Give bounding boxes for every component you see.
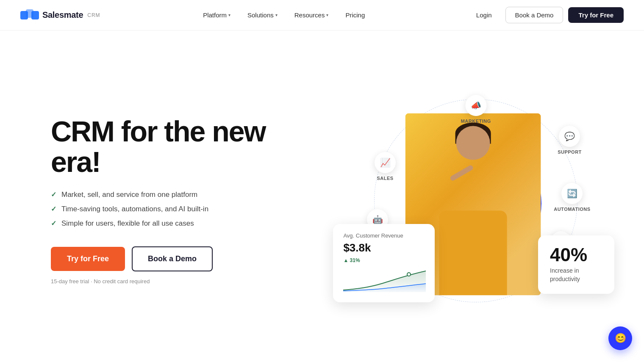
try-free-button[interactable]: Try for Free bbox=[568, 7, 624, 23]
check-icon: ✓ bbox=[51, 219, 56, 227]
productivity-description: Increase in productivity bbox=[550, 267, 602, 283]
marketing-icon: 📣 bbox=[465, 95, 486, 116]
person-head bbox=[456, 126, 490, 160]
hero-try-free-button[interactable]: Try for Free bbox=[51, 247, 125, 271]
person-body bbox=[439, 210, 507, 295]
revenue-card-badge: ▲ 31% bbox=[343, 257, 360, 263]
orbit-node-support: 💬 SUPPORT bbox=[558, 126, 582, 155]
sales-icon: 📈 bbox=[375, 152, 396, 173]
hero-section: CRM for the new era! ✓ Market, sell, and… bbox=[0, 30, 644, 362]
chevron-down-icon: ▾ bbox=[326, 13, 328, 17]
login-button[interactable]: Login bbox=[468, 8, 500, 22]
navbar: SalesmateCRM Platform ▾ Solutions ▾ Reso… bbox=[0, 0, 644, 30]
orbit-node-marketing: 📣 MARKETING bbox=[461, 95, 491, 124]
logo[interactable]: SalesmateCRM bbox=[20, 9, 100, 21]
svg-rect-2 bbox=[31, 11, 39, 19]
nav-platform[interactable]: Platform ▾ bbox=[195, 8, 238, 22]
chat-icon: 😊 bbox=[615, 333, 626, 344]
check-icon: ✓ bbox=[51, 205, 56, 213]
chevron-down-icon: ▾ bbox=[275, 13, 278, 17]
automations-label: AUTOMATIONS bbox=[554, 207, 590, 212]
hero-illustration: 📣 MARKETING 💬 SUPPORT 🔄 AUTOMATIONS 👁 IN… bbox=[341, 74, 610, 328]
hero-ctas: Try for Free Book a Demo bbox=[51, 246, 288, 271]
hero-content: CRM for the new era! ✓ Market, sell, and… bbox=[51, 116, 288, 285]
productivity-card: 40% Increase in productivity bbox=[538, 235, 614, 293]
nav-resources[interactable]: Resources ▾ bbox=[287, 8, 336, 22]
feature-2: ✓ Time-saving tools, automations, and AI… bbox=[51, 205, 288, 213]
svg-point-4 bbox=[408, 273, 410, 276]
feature-1: ✓ Market, sell, and service from one pla… bbox=[51, 191, 288, 199]
nav-solutions[interactable]: Solutions ▾ bbox=[240, 8, 285, 22]
revenue-card-title: Avg. Customer Revenue bbox=[343, 232, 425, 239]
nav-pricing[interactable]: Pricing bbox=[338, 8, 372, 22]
chevron-down-icon: ▾ bbox=[228, 13, 230, 17]
orbit-node-automations: 🔄 AUTOMATIONS bbox=[554, 183, 590, 212]
revenue-mini-chart bbox=[343, 269, 425, 294]
hero-title: CRM for the new era! bbox=[51, 116, 288, 177]
revenue-card: Avg. Customer Revenue $3.8k ▲ 31% bbox=[333, 224, 435, 302]
brand-name: Salesmate bbox=[42, 10, 83, 20]
support-icon: 💬 bbox=[559, 126, 580, 147]
nav-actions: Login Book a Demo Try for Free bbox=[468, 7, 624, 23]
logo-icon bbox=[20, 9, 39, 21]
orbit-node-sales: 📈 SALES bbox=[375, 152, 396, 181]
person-arm bbox=[449, 164, 474, 181]
support-label: SUPPORT bbox=[558, 149, 582, 155]
hero-book-demo-button[interactable]: Book a Demo bbox=[132, 246, 213, 271]
automations-icon: 🔄 bbox=[561, 183, 583, 204]
sales-label: SALES bbox=[377, 176, 393, 181]
feature-3: ✓ Simple for users, flexible for all use… bbox=[51, 219, 288, 228]
book-demo-button[interactable]: Book a Demo bbox=[505, 7, 564, 23]
productivity-percent: 40% bbox=[550, 246, 602, 264]
revenue-card-value: $3.8k bbox=[343, 241, 425, 254]
revenue-up-icon: ▲ 31% bbox=[343, 257, 360, 263]
marketing-label: MARKETING bbox=[461, 119, 491, 124]
hero-features: ✓ Market, sell, and service from one pla… bbox=[51, 191, 288, 228]
hero-trial-note: 15-day free trial · No credit card requi… bbox=[51, 278, 288, 285]
brand-crm: CRM bbox=[87, 12, 100, 18]
check-icon: ✓ bbox=[51, 191, 56, 199]
nav-links: Platform ▾ Solutions ▾ Resources ▾ Prici… bbox=[195, 8, 372, 22]
chat-widget[interactable]: 😊 bbox=[608, 326, 632, 350]
